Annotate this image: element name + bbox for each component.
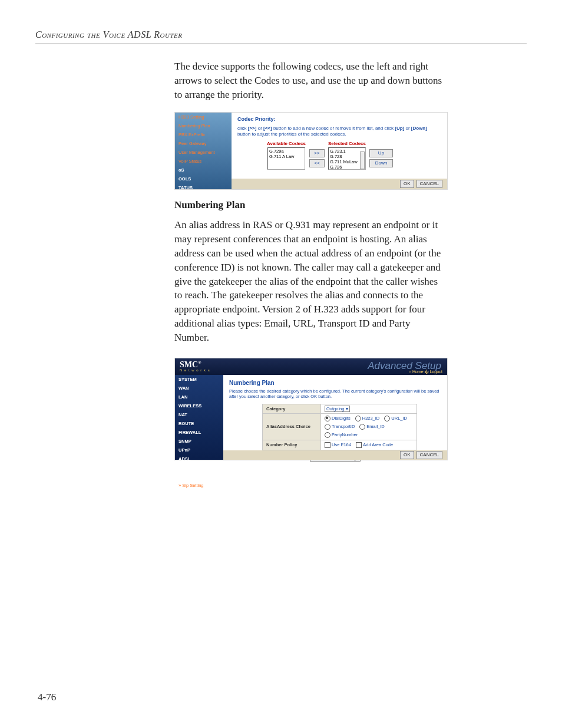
home-link[interactable]: Home [412,370,424,374]
sidebar-item-route[interactable]: ROUTE [175,419,223,428]
sidebar-item-system[interactable]: SYSTEM [175,375,223,384]
page: Configuring the Voice ADSL Router The de… [0,0,562,728]
sidebar: H323 Setting Numbering Plan PBX ExPrefix… [175,113,232,189]
move-down-button[interactable]: Down [369,159,393,167]
radio-url-id[interactable] [384,416,390,421]
row-label-category: Category [263,404,321,413]
panel-title: Numbering Plan [229,380,441,386]
sidebar-item[interactable]: VoIP Status [175,157,232,166]
sidebar-item-nat[interactable]: NAT [175,410,223,419]
checkbox-add-area-code[interactable] [356,442,362,448]
available-codecs-label: Available Codecs [267,141,306,146]
sidebar-item[interactable]: H323 Setting [175,113,232,121]
move-up-button[interactable]: Up [369,149,393,157]
selected-codecs-label: Selected Codecs [328,141,366,146]
sidebar-item-lan[interactable]: LAN [175,393,223,401]
radio-partynumber[interactable] [325,432,330,438]
sidebar-item-voip[interactable]: VoIP [175,472,223,481]
sidebar-item[interactable]: oS [175,166,232,174]
sidebar-item-wireless[interactable]: WIRELESS [175,401,223,410]
paragraph-numbering-plan: An alias address in RAS or Q.931 may rep… [174,218,445,344]
content-pane: Numbering Plan Please choose the desired… [223,375,447,460]
sidebar-item[interactable]: Peer Gateway [175,139,232,148]
footer-bar: OK CANCEL [223,450,447,460]
logout-icon: ⏻ [425,370,430,374]
cancel-button[interactable]: CANCEL [416,180,442,188]
sidebar-item-sip-setting[interactable]: » Sip Setting [175,481,223,490]
available-codecs-list[interactable]: G.729a G.711 A Law [267,147,305,170]
settings-table: Category Outgoing ▾ AliasAddress Choice … [262,404,417,450]
rule [35,44,527,44]
cancel-button[interactable]: CANCEL [416,451,442,459]
sidebar: SYSTEM WAN LAN WIRELESS NAT ROUTE FIREWA… [175,375,223,460]
screenshot-codec-priority: H323 Setting Numbering Plan PBX ExPrefix… [174,112,448,190]
help-text: click [>>] or [<<] button to add a new c… [237,126,441,137]
sidebar-item-upnp[interactable]: UPnP [175,446,223,454]
content-pane: Codec Priority: click [>>] or [<<] butto… [232,113,447,189]
remove-codec-button[interactable]: << [309,159,325,167]
add-codec-button[interactable]: >> [309,149,325,157]
sidebar-item-snmp[interactable]: SNMP [175,437,223,446]
banner-links: ⌂ Home ⏻ Logout [409,370,442,374]
scrollbar[interactable] [360,151,365,169]
radio-h323-id[interactable] [355,416,361,421]
help-text: Please choose the desired category which… [229,388,441,399]
sidebar-item-adsl[interactable]: ADSL [175,454,223,463]
sidebar-item[interactable]: TATUS [175,183,232,192]
radio-dialdigits[interactable] [325,416,330,421]
sidebar-item[interactable]: PBX ExPrefix [175,130,232,139]
sidebar-item-firewall[interactable]: FIREWALL [175,428,223,437]
panel-title: Codec Priority: [237,116,441,122]
sidebar-item[interactable]: User Management [175,148,232,157]
sidebar-item[interactable]: OOLS [175,174,232,183]
radio-transportid[interactable] [325,424,330,430]
row-label-alias: AliasAddress Choice [263,413,321,440]
screenshot-numbering-plan: SMC® N e t w o r k s Advanced Setup ⌂ Ho… [174,358,448,460]
category-select[interactable]: Outgoing ▾ [325,406,350,412]
sidebar-item-wan[interactable]: WAN [175,384,223,393]
sidebar-item-ddns[interactable]: DDNS [175,463,223,472]
banner: SMC® N e t w o r k s Advanced Setup ⌂ Ho… [175,358,447,375]
ok-button[interactable]: OK [400,451,414,459]
section-heading-numbering-plan: Numbering Plan [174,199,445,211]
logo-subtitle: N e t w o r k s [180,368,210,372]
sidebar-item[interactable]: Numbering Plan [175,121,232,130]
ok-button[interactable]: OK [400,180,414,188]
checkbox-use-e164[interactable] [325,442,330,448]
row-label-number-policy: Number Policy [263,440,321,450]
alias-radio-group: DialDigits H323_ID URL_ID TransportID Em… [325,416,413,438]
logout-link[interactable]: Logout [430,370,442,374]
paragraph-codecs-intro: The device supports the following codecs… [174,60,445,101]
running-head: Configuring the Voice ADSL Router [35,29,527,40]
footer-bar: OK CANCEL [232,179,447,189]
page-number: 4-76 [38,691,56,703]
radio-email-id[interactable] [359,424,365,430]
